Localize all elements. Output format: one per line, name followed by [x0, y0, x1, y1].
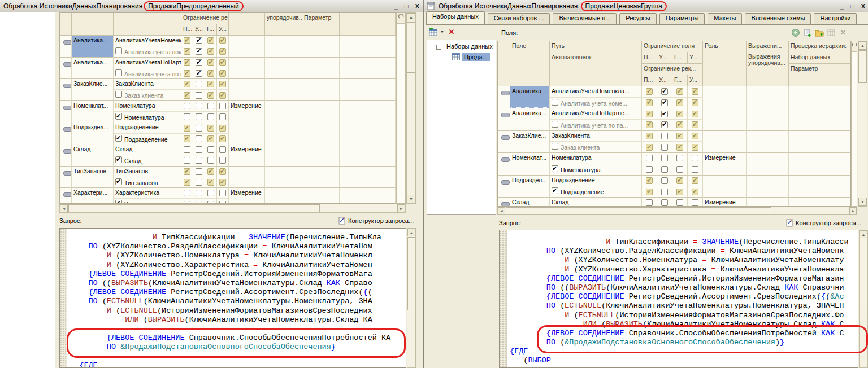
row-marker[interactable]: [498, 86, 510, 108]
scroll-right-icon[interactable]: ►: [397, 204, 405, 212]
role-cell[interactable]: [229, 167, 265, 189]
grid-cell[interactable]: [181, 155, 193, 166]
grid-cell[interactable]: ✔: [642, 131, 657, 142]
checkbox[interactable]: ✔: [661, 121, 668, 128]
checkbox[interactable]: [646, 199, 653, 206]
grid-cell[interactable]: ✔: [205, 46, 217, 57]
grid-cell[interactable]: [657, 142, 672, 153]
path-cell[interactable]: Номенклатура: [550, 153, 642, 164]
field-name-cell[interactable]: Аналитика...: [510, 86, 550, 108]
row-marker[interactable]: [60, 36, 72, 58]
grid-cell[interactable]: [672, 153, 688, 164]
grid-cell[interactable]: [193, 167, 205, 177]
grid-cell[interactable]: ✔: [205, 58, 217, 68]
checkbox[interactable]: [661, 189, 668, 195]
grid-cell[interactable]: [265, 167, 302, 189]
grid-cell[interactable]: [340, 188, 396, 204]
checkbox[interactable]: ✔: [692, 111, 698, 117]
checkbox[interactable]: ✔: [676, 121, 683, 128]
add-copy-document-icon[interactable]: [803, 28, 812, 37]
grid-cell[interactable]: [302, 36, 340, 58]
checkbox[interactable]: [692, 166, 698, 173]
grid-cell[interactable]: ✔: [205, 134, 217, 144]
field-name-cell[interactable]: Подраздел...: [510, 176, 550, 198]
checkbox[interactable]: ✔: [646, 177, 653, 184]
checkbox[interactable]: [661, 166, 668, 173]
checkbox[interactable]: ✔: [676, 99, 683, 106]
grid-cell[interactable]: [747, 153, 789, 175]
grid-cell[interactable]: [688, 153, 703, 164]
grid-cell[interactable]: ✔: [217, 58, 229, 68]
role-cell[interactable]: [703, 108, 747, 130]
checkbox[interactable]: ✔: [676, 88, 683, 95]
grid-cell[interactable]: [672, 198, 688, 207]
path-cell[interactable]: Номенклатура: [114, 101, 181, 112]
grid-cell[interactable]: ✔: [181, 79, 193, 90]
checkbox[interactable]: [207, 190, 214, 196]
checkbox[interactable]: ✔: [219, 70, 226, 77]
grid-cell[interactable]: [205, 101, 217, 112]
autotitle-cell[interactable]: ✔Номенклатура: [550, 164, 642, 176]
checkbox[interactable]: ✔: [184, 59, 190, 66]
grid-cell[interactable]: [181, 101, 193, 112]
grid-cell[interactable]: ✔: [672, 142, 688, 153]
row-marker[interactable]: [498, 108, 510, 130]
checkbox[interactable]: [196, 168, 202, 175]
grid-cell[interactable]: [193, 188, 205, 199]
tab-5[interactable]: Параметры: [659, 13, 705, 24]
checkbox[interactable]: [115, 69, 122, 76]
grid-cell[interactable]: [340, 122, 396, 144]
checkbox[interactable]: ✔: [692, 177, 698, 184]
checkbox[interactable]: ✔: [184, 179, 190, 186]
field-name-cell[interactable]: Склад: [72, 144, 114, 167]
grid-cell[interactable]: [193, 112, 205, 122]
checkbox[interactable]: [196, 146, 202, 153]
grid-cell[interactable]: ✔: [217, 90, 229, 100]
grid-cell[interactable]: ✔: [688, 120, 703, 131]
grid-cell[interactable]: ✔: [642, 176, 657, 187]
grid-cell[interactable]: [265, 144, 302, 167]
checkbox[interactable]: [184, 190, 190, 196]
checkbox[interactable]: ✔: [196, 37, 202, 44]
datasets-tree[interactable]: − Наборы данных Прода...: [427, 40, 496, 215]
checkbox[interactable]: ✔: [219, 48, 226, 55]
grid-cell[interactable]: [340, 36, 396, 58]
grid-cell[interactable]: ✔: [688, 176, 703, 187]
grid-cell[interactable]: [302, 188, 340, 204]
checkbox[interactable]: ✔: [184, 135, 190, 142]
scroll-left-icon[interactable]: ◄: [60, 204, 68, 212]
checkbox[interactable]: ✔: [184, 70, 190, 77]
field-name-cell[interactable]: Номенклат...: [72, 101, 114, 123]
checkbox[interactable]: ✔: [207, 48, 214, 55]
checkbox[interactable]: [184, 103, 190, 109]
row-marker[interactable]: [60, 58, 72, 80]
grid-cell[interactable]: ✔: [672, 120, 688, 131]
checkbox[interactable]: ✔: [219, 92, 226, 99]
scroll-up-icon[interactable]: ▲: [858, 41, 867, 50]
checkbox[interactable]: [661, 199, 668, 206]
checkbox[interactable]: ✔: [692, 144, 698, 151]
add-group-folder-icon[interactable]: [815, 28, 824, 37]
path-cell[interactable]: Подразделение: [550, 176, 642, 187]
checkbox[interactable]: [219, 103, 226, 109]
row-marker[interactable]: [60, 101, 72, 123]
grid-cell[interactable]: [193, 90, 205, 100]
path-cell[interactable]: АналитикаУчетаПоПартне...: [550, 108, 642, 120]
tree-item-dataset[interactable]: Прода...: [462, 53, 490, 61]
role-cell[interactable]: [229, 36, 265, 58]
checkbox[interactable]: [692, 155, 698, 161]
grid-cell[interactable]: ✔: [672, 186, 688, 198]
scroll-left-icon[interactable]: ◄: [498, 207, 505, 214]
path-cell[interactable]: Характеристика: [114, 188, 181, 199]
autotitle-cell[interactable]: Аналитика учета по па...: [114, 68, 181, 79]
checkbox[interactable]: [207, 157, 214, 164]
grid-settings-icon[interactable]: [852, 43, 857, 48]
grid-cell[interactable]: ✔: [193, 46, 205, 57]
grid-cell[interactable]: ✔: [181, 58, 193, 68]
tree-collapse-icon[interactable]: −: [436, 45, 441, 50]
close-button[interactable]: X: [861, 3, 865, 10]
checkbox[interactable]: [692, 199, 698, 206]
grid-cell[interactable]: [642, 198, 657, 207]
tab-7[interactable]: Вложенные схемы: [745, 13, 811, 24]
delete-x-disabled-icon[interactable]: ✕: [839, 28, 848, 37]
